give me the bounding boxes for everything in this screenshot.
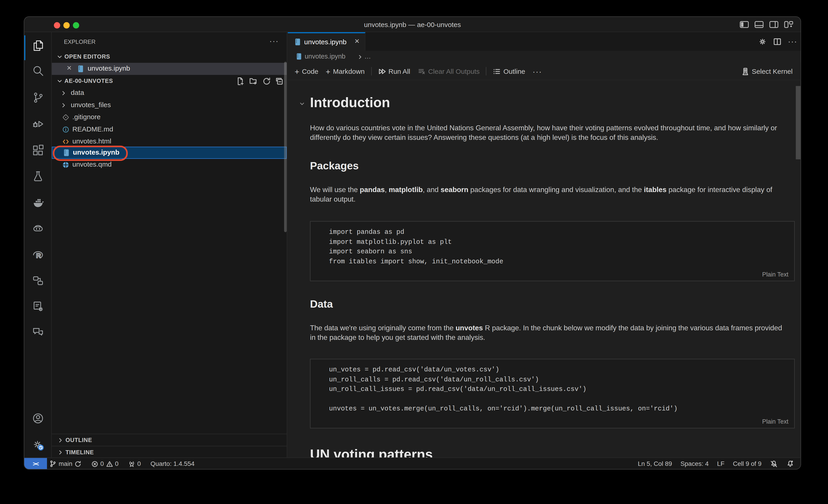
notebook-file-icon: [62, 149, 70, 157]
outline-button[interactable]: Outline: [489, 67, 529, 75]
open-editors-section-header[interactable]: OPEN EDITORS: [52, 51, 287, 63]
editor-scrollbar[interactable]: [796, 86, 800, 159]
customize-layout-icon[interactable]: [784, 21, 793, 28]
explorer-more-actions-button[interactable]: ···: [269, 36, 279, 45]
task-file-gear-icon[interactable]: [32, 300, 44, 313]
open-editor-item[interactable]: ✕ unvotes.ipynb: [52, 63, 287, 75]
testing-beaker-icon[interactable]: [32, 170, 44, 183]
code-editor[interactable]: un_votes = pd.read_csv('data/un_votes.cs…: [310, 359, 794, 414]
outline-section-header[interactable]: OUTLINE: [52, 433, 287, 446]
new-file-icon[interactable]: [236, 77, 245, 85]
code-cell-load-data[interactable]: un_votes = pd.read_csv('data/un_votes.cs…: [310, 359, 795, 428]
fold-section-chevron-icon[interactable]: [298, 100, 306, 108]
extensions-icon[interactable]: [32, 144, 44, 157]
remote-icon: ><: [33, 461, 38, 467]
tree-item-data[interactable]: data: [52, 87, 287, 99]
copilot-icon[interactable]: [32, 222, 44, 235]
workbench: R EXPLORER ··· OPEN EDITORS ✕: [24, 32, 801, 459]
timeline-section-header[interactable]: TIMELINE: [52, 446, 287, 458]
run-all-button[interactable]: Run All: [374, 67, 414, 75]
sidebar-title: EXPLORER: [64, 39, 95, 45]
md-paragraph-packages: We will use the pandas, matplotlib, and …: [310, 185, 788, 203]
docker-icon[interactable]: [32, 196, 44, 209]
indentation-status[interactable]: Spaces: 4: [680, 460, 709, 468]
more-toolbar-actions-icon[interactable]: ···: [529, 67, 546, 76]
tree-item-unvotes-ipynb-selected[interactable]: unvotes.ipynb: [52, 147, 287, 159]
toolbar-separator: [371, 67, 372, 75]
breadcrumb[interactable]: unvotes.ipynb …: [288, 51, 801, 63]
r-language-icon[interactable]: R: [32, 248, 44, 261]
refresh-icon[interactable]: [262, 77, 271, 85]
chevron-down-icon: [56, 53, 64, 61]
remote-indicator[interactable]: ><: [24, 458, 47, 469]
tab-unvotes-ipynb[interactable]: unvotes.ipynb ✕: [288, 32, 366, 51]
ports-status[interactable]: 0: [128, 458, 141, 469]
md-heading-introduction: Introduction: [310, 94, 390, 111]
toggle-secondary-sidebar-icon[interactable]: [770, 21, 779, 28]
breadcrumb-file[interactable]: unvotes.ipynb: [305, 53, 345, 60]
tree-item-unvotes-html[interactable]: unvotes.html: [52, 136, 287, 147]
quarto-version-status[interactable]: Quarto: 1.4.554: [151, 458, 195, 469]
chevron-right-icon: [57, 449, 64, 456]
tree-item-unvotes-files[interactable]: unvotes_files: [52, 99, 287, 111]
cursor-position-status[interactable]: Ln 5, Col 89: [638, 460, 672, 468]
explorer-sidebar: EXPLORER ··· OPEN EDITORS ✕ unvotes.ipyn…: [52, 32, 287, 459]
chevron-right-icon: [57, 437, 64, 444]
active-view-indicator: [24, 35, 26, 60]
sidebar-header: EXPLORER ···: [52, 32, 287, 51]
search-icon[interactable]: [32, 64, 44, 77]
chevron-right-icon: [60, 90, 67, 96]
plus-icon: +: [326, 67, 330, 76]
do-not-disturb-bell-icon[interactable]: [770, 460, 778, 468]
window-title: unvotes.ipynb — ae-00-unvotes: [24, 17, 800, 32]
screenshot: unvotes.ipynb — ae-00-unvotes: [0, 0, 828, 504]
breadcrumb-cell[interactable]: …: [365, 53, 371, 60]
run-and-debug-icon[interactable]: [32, 118, 44, 130]
add-code-cell-button[interactable]: +Code: [291, 67, 322, 76]
code-cell-imports[interactable]: import pandas as pd import matplotlib.py…: [310, 221, 795, 281]
cell-language-picker[interactable]: Plain Text: [762, 418, 788, 425]
close-tab-icon[interactable]: ✕: [354, 38, 360, 45]
cell-position-status[interactable]: Cell 9 of 9: [733, 460, 762, 468]
remote-explorer-icon[interactable]: [32, 274, 44, 287]
close-editor-icon[interactable]: ✕: [67, 64, 72, 72]
toggle-sidebar-icon[interactable]: [740, 21, 749, 28]
cell-language-picker[interactable]: Plain Text: [762, 271, 788, 278]
clear-all-outputs-button[interactable]: Clear All Outputs: [414, 67, 483, 75]
accounts-icon[interactable]: [32, 412, 44, 425]
more-editor-actions-icon[interactable]: ···: [788, 37, 797, 46]
git-file-icon: [62, 114, 69, 121]
notifications-bell-icon[interactable]: [786, 460, 794, 468]
select-kernel-button[interactable]: Select Kernel: [738, 67, 796, 75]
tab-label: unvotes.ipynb: [304, 38, 346, 46]
sync-icon: [75, 460, 81, 467]
clear-outputs-icon: [418, 67, 425, 75]
split-editor-icon[interactable]: [773, 37, 781, 46]
problems-status[interactable]: 0 0: [91, 458, 118, 469]
source-control-icon[interactable]: [32, 91, 44, 104]
collapse-folders-icon[interactable]: [275, 77, 284, 85]
svg-text:R: R: [36, 252, 41, 259]
code-editor[interactable]: import pandas as pd import matplotlib.py…: [310, 222, 794, 267]
tree-item-unvotes-qmd[interactable]: unvotes.qmd: [52, 159, 287, 171]
status-bar: >< main 0 0 0 Quarto: 1.4.554 Ln 5, Col …: [24, 457, 800, 469]
git-branch-status[interactable]: main: [49, 458, 81, 469]
add-markdown-cell-button[interactable]: +Markdown: [322, 67, 368, 76]
html-file-icon: [62, 138, 70, 146]
toggle-panel-icon[interactable]: [755, 21, 764, 28]
editor-group: unvotes.ipynb ✕ ··· unvotes.ipynb …: [288, 32, 801, 459]
notebook-settings-gear-icon[interactable]: [758, 37, 767, 46]
md-heading-data: Data: [310, 298, 333, 310]
tree-item-readme[interactable]: README.md: [52, 124, 287, 136]
tree-item-gitignore[interactable]: .gitignore: [52, 111, 287, 123]
settings-gear-icon[interactable]: [32, 439, 44, 451]
new-folder-icon[interactable]: [249, 77, 258, 85]
sidebar-scrollbar[interactable]: [284, 62, 287, 232]
workspace-section-header[interactable]: AE-00-UNVOTES: [52, 75, 287, 87]
layout-controls: [740, 17, 793, 32]
explorer-icon[interactable]: [32, 39, 44, 52]
notebook-toolbar: +Code +Markdown Run All Clear All Output…: [288, 63, 801, 80]
eol-status[interactable]: LF: [717, 460, 724, 468]
comments-icon[interactable]: [32, 326, 44, 339]
md-paragraph-intro: How do various countries vote in the Uni…: [310, 124, 788, 142]
